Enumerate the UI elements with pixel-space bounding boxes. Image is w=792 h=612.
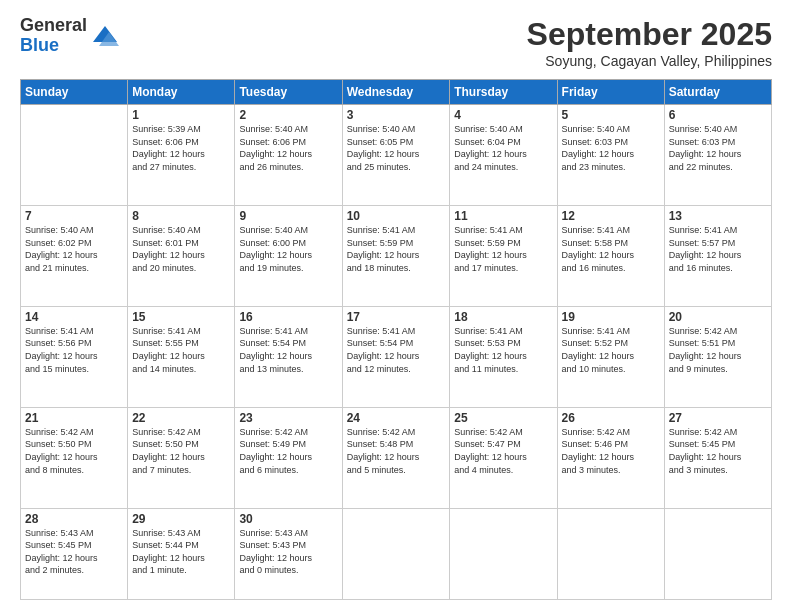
logo-general: General: [20, 16, 87, 36]
day-info: Sunrise: 5:39 AM Sunset: 6:06 PM Dayligh…: [132, 123, 230, 173]
logo: General Blue: [20, 16, 119, 56]
day-number: 30: [239, 512, 337, 526]
location: Soyung, Cagayan Valley, Philippines: [527, 53, 772, 69]
col-friday: Friday: [557, 80, 664, 105]
table-row: 19Sunrise: 5:41 AM Sunset: 5:52 PM Dayli…: [557, 306, 664, 407]
day-number: 22: [132, 411, 230, 425]
table-row: 24Sunrise: 5:42 AM Sunset: 5:48 PM Dayli…: [342, 407, 450, 508]
day-number: 12: [562, 209, 660, 223]
table-row: 4Sunrise: 5:40 AM Sunset: 6:04 PM Daylig…: [450, 105, 557, 206]
day-info: Sunrise: 5:42 AM Sunset: 5:48 PM Dayligh…: [347, 426, 446, 476]
calendar-week-row: 14Sunrise: 5:41 AM Sunset: 5:56 PM Dayli…: [21, 306, 772, 407]
table-row: 13Sunrise: 5:41 AM Sunset: 5:57 PM Dayli…: [664, 205, 771, 306]
table-row: [342, 508, 450, 599]
table-row: 30Sunrise: 5:43 AM Sunset: 5:43 PM Dayli…: [235, 508, 342, 599]
day-number: 25: [454, 411, 552, 425]
day-info: Sunrise: 5:42 AM Sunset: 5:50 PM Dayligh…: [25, 426, 123, 476]
day-number: 8: [132, 209, 230, 223]
table-row: 10Sunrise: 5:41 AM Sunset: 5:59 PM Dayli…: [342, 205, 450, 306]
table-row: [664, 508, 771, 599]
table-row: 2Sunrise: 5:40 AM Sunset: 6:06 PM Daylig…: [235, 105, 342, 206]
table-row: 1Sunrise: 5:39 AM Sunset: 6:06 PM Daylig…: [128, 105, 235, 206]
day-number: 13: [669, 209, 767, 223]
day-info: Sunrise: 5:41 AM Sunset: 5:57 PM Dayligh…: [669, 224, 767, 274]
table-row: 21Sunrise: 5:42 AM Sunset: 5:50 PM Dayli…: [21, 407, 128, 508]
day-info: Sunrise: 5:40 AM Sunset: 6:03 PM Dayligh…: [669, 123, 767, 173]
table-row: 5Sunrise: 5:40 AM Sunset: 6:03 PM Daylig…: [557, 105, 664, 206]
col-saturday: Saturday: [664, 80, 771, 105]
table-row: 16Sunrise: 5:41 AM Sunset: 5:54 PM Dayli…: [235, 306, 342, 407]
table-row: 20Sunrise: 5:42 AM Sunset: 5:51 PM Dayli…: [664, 306, 771, 407]
calendar-week-row: 28Sunrise: 5:43 AM Sunset: 5:45 PM Dayli…: [21, 508, 772, 599]
day-info: Sunrise: 5:40 AM Sunset: 6:05 PM Dayligh…: [347, 123, 446, 173]
day-number: 9: [239, 209, 337, 223]
day-info: Sunrise: 5:43 AM Sunset: 5:43 PM Dayligh…: [239, 527, 337, 577]
day-info: Sunrise: 5:40 AM Sunset: 6:01 PM Dayligh…: [132, 224, 230, 274]
day-info: Sunrise: 5:40 AM Sunset: 6:03 PM Dayligh…: [562, 123, 660, 173]
table-row: 14Sunrise: 5:41 AM Sunset: 5:56 PM Dayli…: [21, 306, 128, 407]
calendar-header-row: Sunday Monday Tuesday Wednesday Thursday…: [21, 80, 772, 105]
day-info: Sunrise: 5:42 AM Sunset: 5:47 PM Dayligh…: [454, 426, 552, 476]
day-info: Sunrise: 5:41 AM Sunset: 5:56 PM Dayligh…: [25, 325, 123, 375]
day-number: 17: [347, 310, 446, 324]
day-info: Sunrise: 5:43 AM Sunset: 5:45 PM Dayligh…: [25, 527, 123, 577]
col-tuesday: Tuesday: [235, 80, 342, 105]
calendar-body: 1Sunrise: 5:39 AM Sunset: 6:06 PM Daylig…: [21, 105, 772, 600]
calendar-table: Sunday Monday Tuesday Wednesday Thursday…: [20, 79, 772, 600]
day-info: Sunrise: 5:40 AM Sunset: 6:00 PM Dayligh…: [239, 224, 337, 274]
day-info: Sunrise: 5:41 AM Sunset: 5:59 PM Dayligh…: [454, 224, 552, 274]
day-info: Sunrise: 5:41 AM Sunset: 5:52 PM Dayligh…: [562, 325, 660, 375]
day-info: Sunrise: 5:41 AM Sunset: 5:58 PM Dayligh…: [562, 224, 660, 274]
table-row: 25Sunrise: 5:42 AM Sunset: 5:47 PM Dayli…: [450, 407, 557, 508]
page: General Blue September 2025 Soyung, Caga…: [0, 0, 792, 612]
day-number: 16: [239, 310, 337, 324]
table-row: 22Sunrise: 5:42 AM Sunset: 5:50 PM Dayli…: [128, 407, 235, 508]
table-row: 7Sunrise: 5:40 AM Sunset: 6:02 PM Daylig…: [21, 205, 128, 306]
day-number: 1: [132, 108, 230, 122]
col-wednesday: Wednesday: [342, 80, 450, 105]
calendar-week-row: 21Sunrise: 5:42 AM Sunset: 5:50 PM Dayli…: [21, 407, 772, 508]
day-info: Sunrise: 5:42 AM Sunset: 5:45 PM Dayligh…: [669, 426, 767, 476]
table-row: 3Sunrise: 5:40 AM Sunset: 6:05 PM Daylig…: [342, 105, 450, 206]
day-number: 2: [239, 108, 337, 122]
day-info: Sunrise: 5:41 AM Sunset: 5:53 PM Dayligh…: [454, 325, 552, 375]
day-number: 11: [454, 209, 552, 223]
col-sunday: Sunday: [21, 80, 128, 105]
logo-text: General Blue: [20, 16, 87, 56]
day-number: 21: [25, 411, 123, 425]
day-number: 18: [454, 310, 552, 324]
col-monday: Monday: [128, 80, 235, 105]
table-row: [557, 508, 664, 599]
day-info: Sunrise: 5:42 AM Sunset: 5:51 PM Dayligh…: [669, 325, 767, 375]
day-number: 7: [25, 209, 123, 223]
day-number: 10: [347, 209, 446, 223]
day-number: 20: [669, 310, 767, 324]
day-number: 3: [347, 108, 446, 122]
day-info: Sunrise: 5:41 AM Sunset: 5:54 PM Dayligh…: [347, 325, 446, 375]
day-info: Sunrise: 5:40 AM Sunset: 6:06 PM Dayligh…: [239, 123, 337, 173]
col-thursday: Thursday: [450, 80, 557, 105]
day-info: Sunrise: 5:40 AM Sunset: 6:04 PM Dayligh…: [454, 123, 552, 173]
title-block: September 2025 Soyung, Cagayan Valley, P…: [527, 16, 772, 69]
table-row: 18Sunrise: 5:41 AM Sunset: 5:53 PM Dayli…: [450, 306, 557, 407]
day-info: Sunrise: 5:41 AM Sunset: 5:59 PM Dayligh…: [347, 224, 446, 274]
table-row: [21, 105, 128, 206]
table-row: 8Sunrise: 5:40 AM Sunset: 6:01 PM Daylig…: [128, 205, 235, 306]
day-info: Sunrise: 5:43 AM Sunset: 5:44 PM Dayligh…: [132, 527, 230, 577]
table-row: 27Sunrise: 5:42 AM Sunset: 5:45 PM Dayli…: [664, 407, 771, 508]
table-row: 15Sunrise: 5:41 AM Sunset: 5:55 PM Dayli…: [128, 306, 235, 407]
day-number: 14: [25, 310, 123, 324]
day-info: Sunrise: 5:41 AM Sunset: 5:54 PM Dayligh…: [239, 325, 337, 375]
day-info: Sunrise: 5:42 AM Sunset: 5:46 PM Dayligh…: [562, 426, 660, 476]
day-number: 19: [562, 310, 660, 324]
day-info: Sunrise: 5:41 AM Sunset: 5:55 PM Dayligh…: [132, 325, 230, 375]
table-row: 29Sunrise: 5:43 AM Sunset: 5:44 PM Dayli…: [128, 508, 235, 599]
table-row: 28Sunrise: 5:43 AM Sunset: 5:45 PM Dayli…: [21, 508, 128, 599]
logo-blue: Blue: [20, 36, 87, 56]
table-row: 26Sunrise: 5:42 AM Sunset: 5:46 PM Dayli…: [557, 407, 664, 508]
day-number: 23: [239, 411, 337, 425]
table-row: 9Sunrise: 5:40 AM Sunset: 6:00 PM Daylig…: [235, 205, 342, 306]
day-info: Sunrise: 5:42 AM Sunset: 5:50 PM Dayligh…: [132, 426, 230, 476]
day-number: 4: [454, 108, 552, 122]
day-info: Sunrise: 5:40 AM Sunset: 6:02 PM Dayligh…: [25, 224, 123, 274]
